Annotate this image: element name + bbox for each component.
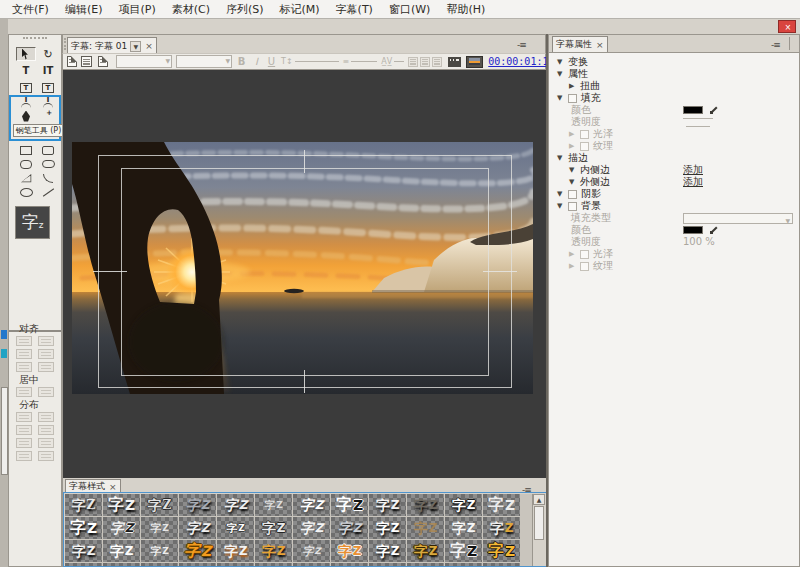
chevron-down-icon[interactable]: ▼ (569, 176, 580, 188)
style-swatch[interactable]: 字Z (103, 517, 140, 539)
style-swatch[interactable]: 字Z (445, 494, 482, 516)
style-swatch[interactable]: 字Z (369, 517, 406, 539)
style-swatch[interactable]: 字Z (445, 517, 482, 539)
property-row-颜色[interactable]: 颜色 (549, 104, 799, 116)
chevron-right-icon[interactable]: ▶ (569, 260, 580, 272)
property-row-描边[interactable]: ▼描边 (549, 152, 799, 164)
type-tool-button[interactable]: T (16, 64, 36, 78)
style-swatch[interactable]: 字Z (255, 517, 292, 539)
rounded-rectangle-tool-button[interactable] (38, 143, 58, 157)
style-swatch[interactable]: 字Z (65, 517, 102, 539)
menu-item[interactable]: 帮助(H) (438, 2, 493, 17)
add-anchor-point-tool-button[interactable]: + (38, 109, 58, 123)
vertical-type-tool-button[interactable]: IT (38, 64, 58, 78)
checkbox[interactable] (580, 262, 589, 271)
panel-menu-icon[interactable]: -≡ (517, 40, 526, 50)
pen-tool-button[interactable] (16, 109, 36, 123)
style-swatch[interactable]: 字Z (293, 517, 330, 539)
window-close-button[interactable]: × (778, 20, 796, 33)
style-swatch[interactable]: 字Z (483, 540, 520, 562)
chevron-down-icon[interactable]: ▼ (557, 68, 568, 80)
style-swatch[interactable]: 字Z (179, 494, 216, 516)
line-tool-button[interactable] (38, 185, 58, 199)
selection-tool-button[interactable] (16, 47, 36, 61)
property-row-背景[interactable]: ▼背景 (549, 200, 799, 212)
vertical-area-type-tool-button[interactable]: T (38, 81, 58, 95)
menu-item[interactable]: 窗口(W) (381, 2, 438, 17)
checkbox[interactable] (568, 190, 577, 199)
background-video-timecode[interactable]: 00:00:01:19 (488, 56, 554, 67)
style-swatch[interactable]: 字Z (293, 540, 330, 562)
style-swatch[interactable]: 字Z (331, 540, 368, 562)
style-swatch[interactable]: 字Z (483, 563, 520, 567)
chevron-right-icon[interactable]: ▶ (569, 80, 580, 92)
property-row-外侧边[interactable]: ▼外侧边添加 (549, 176, 799, 188)
properties-tab[interactable]: 字幕属性 × (552, 36, 608, 52)
style-swatch[interactable]: 字Z (65, 563, 102, 567)
property-row-纹理[interactable]: ▶纹理 (549, 260, 799, 272)
checkbox[interactable] (580, 250, 589, 259)
chevron-right-icon[interactable]: ▶ (569, 128, 580, 140)
style-swatch[interactable]: 字Z (217, 494, 254, 516)
style-swatch[interactable]: 字Z (65, 540, 102, 562)
checkbox[interactable] (580, 142, 589, 151)
menu-item[interactable]: 标记(M) (272, 2, 328, 17)
style-swatch[interactable]: 字Z (103, 563, 140, 567)
style-swatch[interactable]: 字Z (445, 540, 482, 562)
property-row-透明度[interactable]: 透明度100 % (549, 236, 799, 248)
style-swatch[interactable]: 字Z (179, 563, 216, 567)
menu-item[interactable]: 字幕(T) (328, 2, 381, 17)
eyedropper-icon[interactable] (709, 225, 719, 235)
style-swatch[interactable]: 字Z (179, 540, 216, 562)
property-row-扭曲[interactable]: ▶扭曲 (549, 80, 799, 92)
property-row-透明度[interactable]: 透明度 (549, 116, 799, 128)
titler-tab-close-icon[interactable]: × (145, 41, 153, 51)
tab-stops-icon[interactable] (448, 57, 461, 67)
property-row-光泽[interactable]: ▶光泽 (549, 248, 799, 260)
style-swatch[interactable]: 字Z (65, 494, 102, 516)
title-drawing-area[interactable] (62, 70, 546, 478)
chevron-down-icon[interactable]: ▼ (569, 164, 580, 176)
style-swatch[interactable]: 字Z (483, 517, 520, 539)
arc-tool-button[interactable] (38, 171, 58, 185)
style-swatch[interactable]: 字Z (331, 494, 368, 516)
property-row-填充类型[interactable]: 填充类型 (549, 212, 799, 224)
eyedropper-icon[interactable] (709, 105, 719, 115)
titler-tab[interactable]: 字幕: 字幕 01 ▼ × (67, 37, 157, 54)
chevron-down-icon[interactable]: ▼ (557, 200, 568, 212)
style-swatch[interactable]: 字Z (445, 563, 482, 567)
style-swatch[interactable]: 字Z (407, 540, 444, 562)
path-type-tool-button[interactable]: T (16, 95, 36, 109)
color-swatch[interactable] (683, 226, 703, 234)
style-swatch[interactable]: 字Z (255, 540, 292, 562)
chevron-right-icon[interactable]: ▶ (569, 140, 580, 152)
current-style-swatch[interactable]: 字z (15, 206, 50, 239)
style-swatch[interactable]: 字Z (103, 540, 140, 562)
property-row-颜色[interactable]: 颜色 (549, 224, 799, 236)
properties-tab-close-icon[interactable]: × (596, 40, 604, 50)
style-swatch[interactable]: 字Z (103, 494, 140, 516)
style-swatch[interactable]: 字Z (217, 517, 254, 539)
style-swatch[interactable]: 字Z (331, 563, 368, 567)
style-swatch[interactable]: 字Z (141, 517, 178, 539)
style-swatch[interactable]: 字Z (293, 563, 330, 567)
show-background-video-icon[interactable] (466, 56, 483, 68)
chevron-down-icon[interactable]: ▼ (557, 56, 568, 68)
menu-item[interactable]: 序列(S) (218, 2, 272, 17)
property-row-阴影[interactable]: ▼阴影 (549, 188, 799, 200)
style-swatch[interactable]: 字Z (293, 494, 330, 516)
scroll-up-icon[interactable]: ▲ (533, 494, 545, 505)
menu-item[interactable]: 素材(C) (164, 2, 218, 17)
style-swatch[interactable]: 字Z (483, 494, 520, 516)
checkbox[interactable] (568, 202, 577, 211)
style-swatch[interactable]: 字Z (141, 540, 178, 562)
menu-item[interactable]: 编辑(E) (57, 2, 111, 17)
menu-item[interactable]: 文件(F) (4, 2, 57, 17)
property-row-纹理[interactable]: ▶纹理 (549, 140, 799, 152)
scroll-thumb[interactable] (534, 506, 544, 540)
property-row-属性[interactable]: ▼属性 (549, 68, 799, 80)
styles-tab-close-icon[interactable]: × (109, 482, 117, 492)
style-swatch[interactable]: 字Z (217, 540, 254, 562)
ellipse-tool-button[interactable] (16, 185, 36, 199)
chevron-down-icon[interactable]: ▼ (557, 152, 568, 164)
